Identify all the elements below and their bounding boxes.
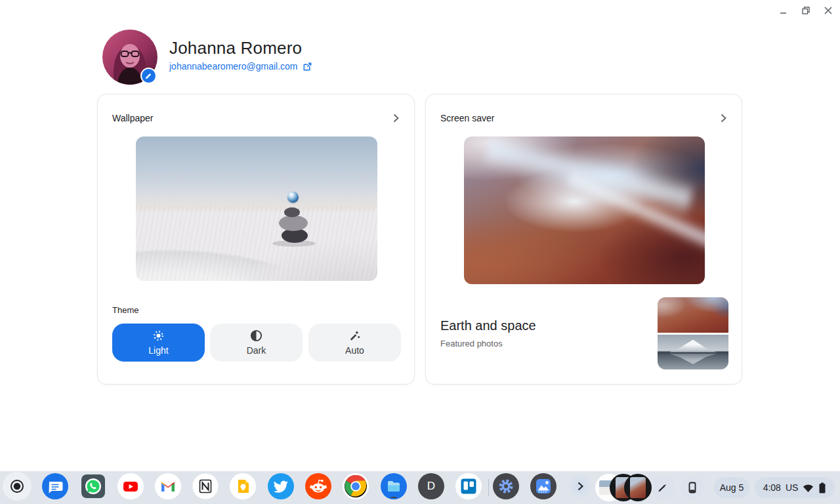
- theme-dark-button[interactable]: Dark: [210, 324, 303, 362]
- theme-light-label: Light: [148, 345, 168, 356]
- shelf-app-gmail[interactable]: [155, 473, 181, 499]
- album-subtitle: Featured photos: [440, 339, 503, 348]
- running-indicator: [503, 497, 509, 499]
- edit-pencil-icon: [145, 72, 152, 79]
- wallpaper-preview-image[interactable]: [136, 136, 377, 281]
- profile-email-link[interactable]: johannabearomero@gmail.com: [169, 61, 298, 72]
- running-indicator: [391, 497, 397, 499]
- window-controls: [777, 4, 835, 17]
- light-theme-icon: [152, 329, 165, 342]
- status-tray-button[interactable]: 4:08 US: [755, 477, 835, 498]
- external-link-icon[interactable]: [303, 62, 312, 72]
- restore-icon: [801, 6, 810, 15]
- shelf-app-notion[interactable]: [192, 473, 219, 499]
- stone-top: [284, 207, 300, 217]
- shelf-app-gallery[interactable]: [530, 473, 556, 499]
- chrome-icon: [343, 473, 369, 499]
- battery-icon: [818, 482, 826, 494]
- auto-theme-icon: [348, 329, 361, 342]
- edit-avatar-button[interactable]: [140, 68, 157, 84]
- close-button[interactable]: [822, 4, 835, 17]
- album-thumbnails[interactable]: [658, 297, 728, 369]
- shelf-app-messages[interactable]: [42, 473, 68, 499]
- shelf-app-youtube[interactable]: [117, 473, 144, 499]
- launcher-icon: [10, 479, 24, 494]
- screensaver-preview-image[interactable]: [464, 136, 705, 284]
- mountain-reflection: [669, 354, 717, 364]
- album-title: Earth and space: [440, 318, 536, 333]
- reddit-icon: [305, 473, 331, 499]
- theme-light-button[interactable]: Light: [112, 324, 205, 362]
- time-label: 4:08: [763, 482, 781, 493]
- d-app-icon: D: [418, 473, 444, 499]
- theme-section-label: Theme: [112, 305, 138, 315]
- profile-name: Johanna Romero: [169, 38, 302, 58]
- date-label: Aug 5: [720, 482, 744, 493]
- theme-auto-button[interactable]: Auto: [308, 324, 401, 362]
- chromeos-personalization-window: { "profile": { "name": "Johanna Romero",…: [0, 0, 840, 504]
- shelf-app-twitter[interactable]: [268, 473, 294, 499]
- gmail-icon: [155, 473, 181, 499]
- shelf-app-settings[interactable]: [493, 473, 519, 499]
- close-icon: [824, 6, 833, 15]
- files-icon: [381, 473, 407, 499]
- restore-button[interactable]: [799, 4, 812, 17]
- shelf-app-whatsapp[interactable]: [80, 473, 106, 499]
- wallpaper-card: Wallpaper Theme Light Dark: [97, 94, 415, 385]
- shelf-show-more-button[interactable]: [567, 473, 593, 499]
- youtube-icon: [117, 473, 144, 499]
- chevron-right-icon: [578, 482, 583, 491]
- theme-auto-label: Auto: [345, 345, 364, 356]
- minimize-button[interactable]: [777, 4, 790, 17]
- stylus-tools-button[interactable]: [651, 476, 675, 499]
- profile-email-row: johannabearomero@gmail.com: [169, 61, 312, 72]
- tote-item-red-screenshot-2[interactable]: [624, 474, 652, 501]
- dark-theme-icon: [250, 329, 262, 342]
- dune-ripples: [136, 206, 377, 281]
- chevron-right-icon: [721, 114, 726, 123]
- thumbnail-earth-red: [658, 297, 728, 333]
- glass-sphere: [287, 192, 299, 203]
- active-indicator: [537, 497, 549, 499]
- chevron-right-icon: [393, 114, 399, 123]
- screensaver-card-title[interactable]: Screen saver: [440, 113, 494, 123]
- mountain-peak: [669, 340, 717, 352]
- trello-icon: [455, 473, 482, 499]
- screensaver-chevron-button[interactable]: [715, 110, 731, 126]
- phone-hub-button[interactable]: [681, 476, 704, 499]
- shelf-launcher-button[interactable]: [3, 472, 32, 501]
- phone-icon: [686, 482, 698, 494]
- gallery-icon: [530, 473, 556, 499]
- shelf-app-trello[interactable]: [455, 473, 482, 499]
- shelf-divider: [488, 479, 489, 496]
- twitter-icon: [268, 473, 294, 499]
- settings-gear-icon: [493, 473, 519, 499]
- shelf: D: [0, 471, 840, 504]
- thumbnail-mountain: [658, 335, 728, 370]
- theme-dark-label: Dark: [247, 345, 266, 356]
- mini-red-thumb: [630, 477, 646, 498]
- keyboard-layout-label: US: [786, 482, 798, 493]
- date-tray-button[interactable]: Aug 5: [714, 477, 749, 498]
- wallpaper-card-title[interactable]: Wallpaper: [112, 113, 154, 123]
- minimize-icon: [779, 6, 788, 15]
- notion-icon: [192, 473, 219, 499]
- shelf-app-reddit[interactable]: [305, 473, 331, 499]
- stylus-icon: [657, 482, 669, 494]
- d-app-letter: D: [427, 480, 435, 493]
- shelf-app-keep[interactable]: [230, 473, 256, 499]
- wifi-icon: [803, 483, 814, 493]
- whatsapp-icon: [80, 473, 106, 499]
- google-keep-icon: [230, 473, 256, 499]
- shelf-app-chrome[interactable]: [343, 473, 369, 499]
- shelf-app-d[interactable]: D: [418, 473, 444, 499]
- stone-mid: [279, 215, 308, 231]
- shelf-app-files[interactable]: [381, 473, 407, 499]
- wallpaper-chevron-button[interactable]: [388, 110, 404, 126]
- profile-avatar[interactable]: [102, 30, 158, 85]
- google-messages-icon: [42, 473, 68, 499]
- screensaver-card: Screen saver Earth and space Featured ph…: [425, 94, 742, 385]
